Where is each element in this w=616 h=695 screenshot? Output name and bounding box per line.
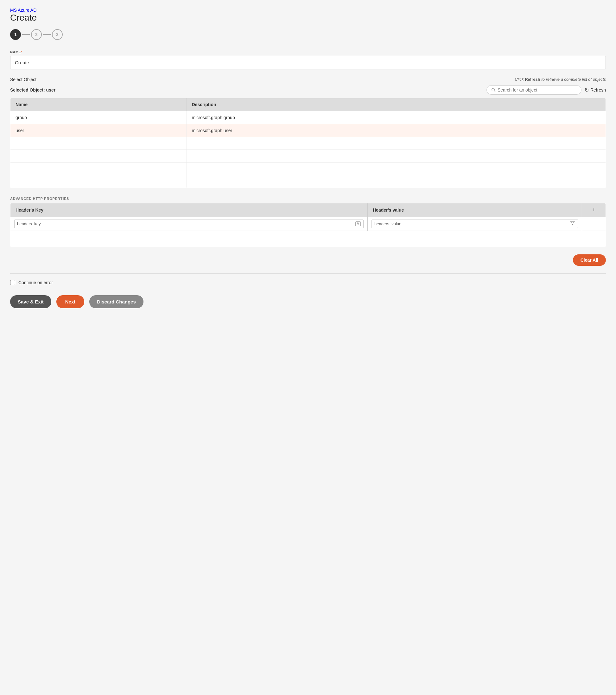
http-table: Header's Key Header's value + V V (10, 203, 606, 247)
name-label: NAME* (10, 50, 606, 54)
http-action-cell (582, 217, 605, 231)
select-object-row: Selected Object: user ↻ Refresh (10, 85, 606, 95)
object-table-row[interactable]: user microsoft.graph.user (11, 124, 606, 137)
continue-on-error-label: Continue on error (18, 280, 53, 285)
http-key-cell: V (11, 217, 368, 231)
continue-on-error-checkbox[interactable] (10, 280, 15, 285)
http-table-row: V V (11, 217, 606, 231)
refresh-hint-bold: Refresh (525, 77, 540, 82)
refresh-button[interactable]: ↻ Refresh (585, 87, 606, 93)
object-table: Name Description group microsoft.graph.g… (10, 98, 606, 188)
refresh-hint: Click Refresh to retrieve a complete lis… (515, 77, 606, 82)
http-table-header: Header's Key Header's value + (11, 203, 606, 217)
clear-all-row: Clear All (10, 254, 606, 266)
discard-changes-button[interactable]: Discard Changes (89, 295, 143, 308)
svg-line-1 (494, 91, 496, 92)
var-badge-value: V (570, 221, 575, 226)
http-value-input-wrapper[interactable]: V (372, 220, 578, 228)
http-value-input[interactable] (374, 221, 570, 226)
select-object-section: Select Object Click Refresh to retrieve … (10, 77, 606, 188)
object-table-empty-row (11, 150, 606, 163)
bottom-actions: Save & Exit Next Discard Changes (10, 295, 606, 308)
continue-error-row: Continue on error (10, 280, 606, 285)
http-value-cell: V (368, 217, 582, 231)
add-row-button[interactable]: + (592, 207, 596, 213)
advanced-label: ADVANCED HTTP PROPERTIES (10, 197, 606, 201)
step-3[interactable]: 3 (52, 29, 63, 40)
object-desc-cell: microsoft.graph.group (187, 111, 606, 124)
object-table-empty-row (11, 163, 606, 175)
step-connector-1 (22, 34, 30, 35)
http-table-empty-row (11, 231, 606, 247)
var-badge-key: V (355, 221, 361, 226)
save-exit-button[interactable]: Save & Exit (10, 295, 51, 308)
selected-object-text: Selected Object: user (10, 87, 55, 92)
object-name-cell: user (11, 124, 187, 137)
next-button[interactable]: Next (56, 295, 85, 308)
refresh-icon: ↻ (585, 87, 589, 93)
breadcrumb[interactable]: MS Azure AD (10, 7, 606, 13)
object-table-empty-row (11, 137, 606, 150)
object-table-header: Name Description (11, 98, 606, 111)
name-input[interactable] (10, 56, 606, 69)
search-icon (491, 88, 496, 92)
search-box[interactable] (486, 85, 581, 95)
clear-all-button[interactable]: Clear All (573, 254, 606, 266)
http-col-add[interactable]: + (582, 203, 605, 217)
step-2[interactable]: 2 (31, 29, 42, 40)
page-title: Create (10, 13, 606, 23)
http-col-key: Header's Key (11, 203, 368, 217)
steps-row: 1 2 3 (10, 29, 606, 40)
advanced-section: ADVANCED HTTP PROPERTIES Header's Key He… (10, 197, 606, 247)
http-col-value: Header's value (368, 203, 582, 217)
object-table-empty-row (11, 175, 606, 188)
select-object-label: Select Object (10, 77, 36, 82)
required-marker: * (21, 50, 22, 54)
col-name: Name (11, 98, 187, 111)
search-input[interactable] (498, 87, 577, 92)
divider (10, 273, 606, 274)
name-section: NAME* (10, 50, 606, 69)
http-key-input[interactable] (17, 221, 355, 226)
object-table-row[interactable]: group microsoft.graph.group (11, 111, 606, 124)
breadcrumb-link[interactable]: MS Azure AD (10, 7, 36, 13)
http-key-input-wrapper[interactable]: V (14, 220, 363, 228)
col-description: Description (187, 98, 606, 111)
refresh-label: Refresh (591, 87, 606, 92)
object-desc-cell: microsoft.graph.user (187, 124, 606, 137)
step-connector-2 (43, 34, 51, 35)
object-name-cell: group (11, 111, 187, 124)
step-1[interactable]: 1 (10, 29, 21, 40)
search-refresh-row: ↻ Refresh (486, 85, 606, 95)
select-object-header: Select Object Click Refresh to retrieve … (10, 77, 606, 82)
